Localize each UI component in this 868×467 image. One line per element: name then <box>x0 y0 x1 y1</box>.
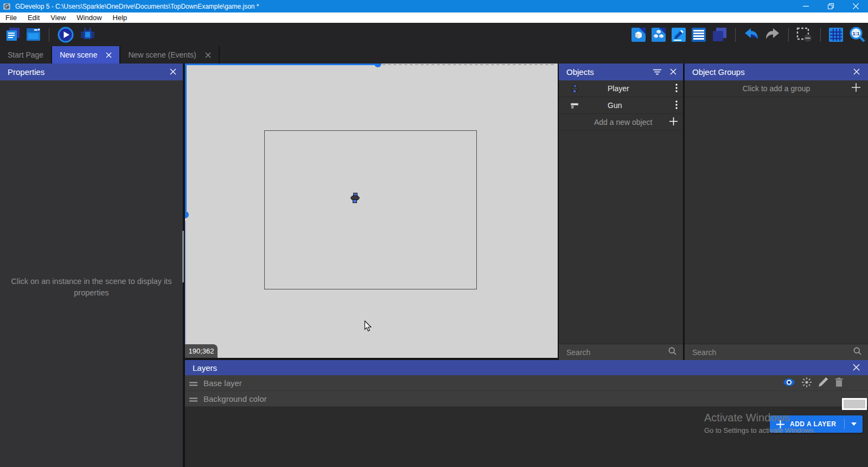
object-row-player[interactable]: Player <box>559 80 683 97</box>
objects-panel-title: Objects <box>566 67 594 77</box>
main-toolbar: 1:1 <box>0 23 868 46</box>
activate-windows-watermark: Activate Windows Go to Settings to activ… <box>704 412 815 434</box>
chevron-down-icon[interactable] <box>851 422 857 426</box>
menu-view[interactable]: View <box>45 12 71 23</box>
close-tab-icon[interactable] <box>106 52 112 58</box>
object-groups-editor-icon[interactable] <box>651 27 666 42</box>
scroll-track-horizontal <box>382 64 554 65</box>
search-icon <box>853 347 861 357</box>
layer-name: Background color <box>203 394 267 403</box>
undo-icon[interactable] <box>743 28 760 42</box>
tab-start-page[interactable]: Start Page <box>0 46 52 64</box>
object-name: Gun <box>608 101 622 110</box>
window-titlebar: GDevelop 5 - C:\Users\Sparkle\OneDrive\D… <box>0 0 868 12</box>
scroll-handle-horizontal[interactable] <box>374 64 381 67</box>
player-sprite-thumbnail <box>570 85 579 93</box>
properties-empty-message: Click on an instance in the scene to dis… <box>10 276 173 299</box>
plus-icon <box>669 117 678 127</box>
toggle-grid-icon[interactable] <box>828 27 844 42</box>
mouse-cursor <box>364 320 373 335</box>
scroll-indicator-vertical[interactable] <box>185 64 187 211</box>
properties-panel-title: Properties <box>8 67 44 77</box>
toolbar-separator <box>788 28 789 42</box>
close-panel-icon[interactable] <box>853 363 860 373</box>
game-window-frame <box>264 130 477 289</box>
drag-handle-icon[interactable] <box>189 378 197 388</box>
close-panel-icon[interactable] <box>670 67 676 77</box>
layers-panel-header: Layers <box>185 360 868 375</box>
scene-editor-canvas[interactable]: 190;362 <box>185 64 558 358</box>
object-groups-panel: Object Groups Click to add a group <box>685 64 868 360</box>
editor-tab-bar: Start Page New scene New scene (Events) <box>0 46 868 64</box>
object-groups-panel-title: Object Groups <box>692 67 745 77</box>
minimize-button[interactable] <box>793 0 818 12</box>
object-row-gun[interactable]: Gun <box>559 97 683 114</box>
close-panel-icon[interactable] <box>170 67 176 77</box>
scene-window-icon[interactable] <box>26 28 41 41</box>
visibility-eye-icon[interactable] <box>783 378 795 388</box>
layers-panel-title: Layers <box>193 363 217 373</box>
objects-panel: Objects Player Gun <box>559 64 683 360</box>
tab-new-scene[interactable]: New scene <box>52 46 120 64</box>
layer-row-background-color[interactable]: Background color <box>185 391 868 407</box>
toolbar-separator <box>49 28 49 42</box>
objects-editor-icon[interactable] <box>631 27 646 42</box>
layer-row-base[interactable]: Base layer <box>185 375 868 391</box>
scroll-handle-vertical[interactable] <box>185 211 189 218</box>
scroll-track-vertical <box>185 221 186 356</box>
plus-icon <box>852 83 860 93</box>
objects-search-bar <box>559 344 683 360</box>
preview-play-icon[interactable] <box>58 27 74 43</box>
drag-handle-icon[interactable] <box>189 394 197 403</box>
delete-layer-trash-icon[interactable] <box>835 377 843 388</box>
search-icon <box>668 347 676 357</box>
menu-help[interactable]: Help <box>107 12 133 23</box>
menu-bar: File Edit View Window Help <box>0 12 868 23</box>
add-new-object-button[interactable]: Add a new object <box>559 114 683 131</box>
filter-icon[interactable] <box>653 67 661 77</box>
window-title: GDevelop 5 - C:\Users\Sparkle\OneDrive\D… <box>15 3 259 10</box>
object-groups-search-input[interactable] <box>692 348 853 357</box>
edit-layer-pencil-icon[interactable] <box>819 377 828 388</box>
toolbar-separator <box>735 28 736 42</box>
background-color-swatch[interactable] <box>842 398 867 410</box>
gun-sprite-thumbnail <box>570 102 579 109</box>
close-window-button[interactable] <box>843 0 868 12</box>
scroll-indicator-horizontal[interactable] <box>185 64 378 65</box>
object-groups-search-bar <box>685 344 868 360</box>
layers-panel: Layers Base layer <box>185 360 868 467</box>
object-name: Player <box>608 84 629 93</box>
objects-panel-header: Objects <box>559 64 683 80</box>
add-group-button[interactable]: Click to add a group <box>685 80 868 97</box>
menu-window[interactable]: Window <box>71 12 107 23</box>
zoom-1-1-icon[interactable]: 1:1 <box>848 27 866 43</box>
object-menu-kebab-icon[interactable] <box>675 84 678 94</box>
close-panel-icon[interactable] <box>853 67 860 77</box>
restore-down-button[interactable] <box>818 0 843 12</box>
redo-icon[interactable] <box>764 28 781 42</box>
properties-panel-header: Properties <box>0 64 183 80</box>
object-groups-panel-header: Object Groups <box>685 64 868 80</box>
properties-scrollbar-thumb[interactable] <box>182 231 184 282</box>
layers-editor-icon[interactable] <box>711 27 727 42</box>
menu-file[interactable]: File <box>0 12 22 23</box>
debug-icon[interactable] <box>79 27 96 43</box>
tab-new-scene-events[interactable]: New scene (Events) <box>120 46 219 64</box>
objects-search-input[interactable] <box>566 348 668 357</box>
clear-selection-icon[interactable] <box>796 27 813 42</box>
properties-icon[interactable] <box>671 27 686 42</box>
cursor-coordinates-badge: 190;362 <box>185 344 218 358</box>
player-instance[interactable] <box>350 193 360 205</box>
gdevelop-window: GDevelop 5 - C:\Users\Sparkle\OneDrive\D… <box>0 0 868 467</box>
layer-effects-icon[interactable] <box>802 377 812 389</box>
gdevelop-logo-icon <box>3 3 11 10</box>
toolbar-separator <box>820 28 821 42</box>
instances-list-icon[interactable] <box>691 27 706 42</box>
close-tab-icon[interactable] <box>205 52 211 58</box>
object-menu-kebab-icon[interactable] <box>675 100 678 111</box>
project-manager-icon[interactable] <box>5 27 21 42</box>
menu-edit[interactable]: Edit <box>22 12 45 23</box>
svg-text:1:1: 1:1 <box>852 31 859 36</box>
layer-name: Base layer <box>203 378 242 388</box>
properties-panel: Properties Click on an instance in the s… <box>0 64 183 467</box>
